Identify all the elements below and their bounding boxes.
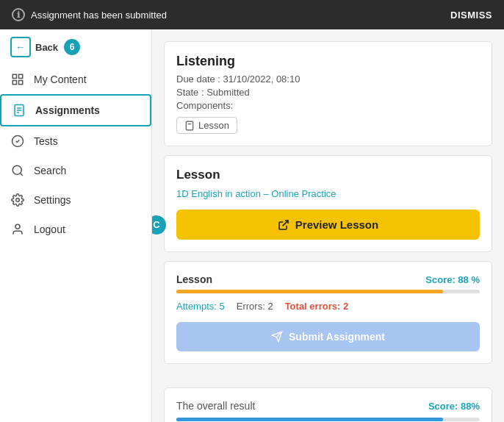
state: State : Submitted bbox=[176, 87, 480, 98]
tests-icon bbox=[10, 134, 25, 149]
notification-message: Assignment has been submitted bbox=[31, 10, 167, 21]
lesson-badge-icon bbox=[184, 121, 195, 131]
sidebar-item-label: Assignments bbox=[35, 104, 100, 116]
svg-line-15 bbox=[282, 221, 287, 226]
logout-icon bbox=[10, 222, 25, 237]
progress-bar-fill bbox=[176, 290, 443, 293]
submit-btn-label: Submit Assignment bbox=[289, 331, 385, 343]
sidebar-item-settings[interactable]: Settings bbox=[0, 185, 151, 215]
lesson-card-title: Lesson bbox=[176, 168, 480, 182]
stats-row: Attempts: 5 Errors: 2 Total errors: 2 bbox=[176, 301, 480, 312]
sidebar-item-assignments[interactable]: Assignments bbox=[0, 94, 151, 126]
svg-rect-1 bbox=[19, 74, 23, 78]
errors-value: 2 bbox=[267, 301, 273, 312]
settings-icon bbox=[10, 193, 25, 207]
svg-rect-3 bbox=[19, 81, 23, 85]
total-errors-stat: Total errors: 2 bbox=[285, 301, 348, 312]
lesson-badge: Lesson bbox=[176, 117, 237, 134]
sidebar-item-logout[interactable]: Logout bbox=[0, 215, 151, 244]
score-row: Lesson Score: 88 % bbox=[176, 273, 480, 285]
back-button[interactable]: ← Back bbox=[10, 37, 58, 57]
preview-btn-label: Preview Lesson bbox=[295, 218, 378, 231]
attempts-label: Attempts: bbox=[176, 301, 217, 312]
svg-line-10 bbox=[20, 173, 22, 175]
listening-title: Listening bbox=[176, 54, 480, 69]
info-icon: ℹ bbox=[12, 8, 25, 21]
badge-count: 6 bbox=[64, 39, 80, 55]
listening-card: Listening Due date : 31/10/2022, 08:10 S… bbox=[164, 41, 492, 146]
svg-rect-0 bbox=[12, 74, 16, 78]
svg-rect-2 bbox=[12, 81, 16, 85]
progress-bar-bg bbox=[176, 290, 480, 293]
my-content-icon bbox=[10, 72, 25, 87]
c-marker: C bbox=[152, 215, 166, 235]
sidebar: ← Back 6 My Content Assignments Tests bbox=[0, 29, 152, 422]
components-label: Components: bbox=[176, 100, 480, 111]
total-errors-label: Total errors: bbox=[285, 301, 341, 312]
score-label: Lesson bbox=[176, 273, 212, 285]
lesson-badge-text: Lesson bbox=[198, 120, 229, 131]
attempts-value: 5 bbox=[220, 301, 225, 312]
submit-icon bbox=[271, 331, 283, 343]
score-value: Score: 88 % bbox=[425, 274, 480, 285]
overall-bar-bg bbox=[176, 418, 480, 421]
preview-lesson-button[interactable]: Preview Lesson bbox=[176, 210, 480, 240]
sidebar-item-label: Tests bbox=[34, 135, 58, 147]
errors-stat: Errors: 2 bbox=[237, 301, 273, 312]
svg-rect-13 bbox=[186, 121, 192, 130]
spacer bbox=[164, 373, 492, 387]
external-link-icon bbox=[278, 219, 289, 231]
overall-bar-fill bbox=[176, 418, 443, 421]
notification-bar: ℹ Assignment has been submitted DISMISS bbox=[0, 0, 504, 29]
lesson-card: Lesson 1D English in action – Online Pra… bbox=[164, 155, 492, 252]
svg-point-11 bbox=[16, 199, 20, 202]
overall-row: The overall result Score: 88% bbox=[176, 400, 480, 412]
sidebar-item-tests[interactable]: Tests bbox=[0, 126, 151, 156]
svg-point-9 bbox=[12, 165, 21, 174]
due-date: Due date : 31/10/2022, 08:10 bbox=[176, 74, 480, 85]
attempts-stat: Attempts: 5 bbox=[176, 301, 225, 312]
overall-label: The overall result bbox=[176, 400, 255, 412]
search-icon bbox=[10, 163, 25, 178]
score-card: Lesson Score: 88 % Attempts: 5 Errors: 2… bbox=[164, 261, 492, 364]
overall-result-card: The overall result Score: 88% bbox=[164, 387, 492, 422]
overall-score: Score: 88% bbox=[428, 401, 480, 412]
total-errors-value: 2 bbox=[343, 301, 348, 312]
errors-label: Errors: bbox=[237, 301, 265, 312]
dismiss-button[interactable]: DISMISS bbox=[450, 10, 492, 21]
notification-left: ℹ Assignment has been submitted bbox=[12, 8, 167, 21]
svg-point-12 bbox=[15, 224, 20, 229]
main-layout: ← Back 6 My Content Assignments Tests bbox=[0, 29, 504, 422]
sidebar-item-label: Logout bbox=[34, 223, 65, 235]
content-area: Listening Due date : 31/10/2022, 08:10 S… bbox=[152, 29, 504, 422]
assignments-icon bbox=[12, 103, 26, 118]
back-arrow-icon: ← bbox=[10, 37, 31, 57]
sidebar-item-search[interactable]: Search bbox=[0, 156, 151, 185]
back-label: Back bbox=[35, 42, 58, 53]
lesson-link[interactable]: 1D English in action – Online Practice bbox=[176, 188, 480, 199]
sidebar-item-label: My Content bbox=[34, 74, 87, 85]
submit-assignment-button[interactable]: Submit Assignment bbox=[176, 322, 480, 351]
sidebar-item-label: Search bbox=[34, 165, 66, 176]
sidebar-item-label: Settings bbox=[34, 194, 71, 206]
sidebar-item-my-content[interactable]: My Content bbox=[0, 65, 151, 94]
c-marker-wrap: C Preview Lesson bbox=[176, 210, 480, 240]
